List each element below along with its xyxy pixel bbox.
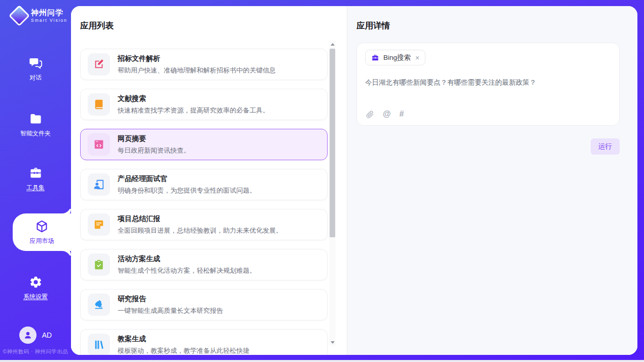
user-account[interactable]: AD — [0, 327, 71, 344]
prompt-input[interactable]: 今日湖北有哪些新闻要点？有哪些需要关注的最新政策？ — [365, 78, 611, 87]
book-icon — [88, 93, 110, 116]
app-card-title: 招标文件解析 — [118, 54, 276, 63]
logo-title: 神州问学 — [31, 9, 67, 17]
arrow-up-icon — [331, 43, 335, 46]
app-card-description: 每日政府新闻资讯快查。 — [118, 146, 190, 155]
app-list-panel: 应用列表 招标文件解析帮助用户快速、准确地理解和解析招标书中的关键信息文献搜索快… — [71, 6, 347, 355]
pen-square-icon — [88, 53, 110, 76]
microscope-icon — [88, 294, 110, 316]
sidebar-item-label: 智能文件夹 — [20, 129, 51, 138]
toolbox-icon — [29, 166, 43, 180]
sidebar-item-label: 对话 — [29, 74, 42, 82]
app-list-title: 应用列表 — [80, 20, 114, 31]
app-card-title: 活动方案生成 — [118, 255, 256, 264]
sidebar-item-label: 应用市场 — [30, 237, 54, 245]
brand-logo: 神州问学 Smart Vision — [10, 8, 67, 23]
app-card-title: 项目总结汇报 — [118, 214, 282, 224]
app-card-title: 产品经理面试官 — [118, 174, 256, 184]
main-window: 应用列表 招标文件解析帮助用户快速、准确地理解和解析招标书中的关键信息文献搜索快… — [71, 6, 637, 355]
scrollbar[interactable] — [329, 41, 336, 346]
app-card-title: 网页摘要 — [118, 134, 190, 143]
app-card-description: 明确身份和职责，为您提供专业性的面试问题。 — [118, 186, 256, 195]
app-frame: 神州问学 Smart Vision 对话智能文件夹工具集应用市场系统设置 AD … — [0, 0, 644, 360]
sidebar-item-智能文件夹[interactable]: 智能文件夹 — [0, 111, 71, 139]
app-card-产品经理面试官[interactable]: 产品经理面试官明确身份和职责，为您提供专业性的面试问题。 — [80, 169, 328, 200]
arrow-down-icon — [331, 341, 335, 344]
app-detail-panel: 应用详情 Bing搜索 × 今日湖北有哪些新闻要点？有哪些需要关注的最新政策？ … — [347, 6, 637, 355]
sidebar-item-系统设置[interactable]: 系统设置 — [0, 274, 71, 302]
app-card-description: 快速精准查找学术资源，提高研究效率的必备工具。 — [118, 106, 269, 115]
hash-icon[interactable]: # — [400, 110, 404, 119]
sidebar-item-label: 系统设置 — [23, 293, 48, 301]
app-card-description: 一键智能生成高质量长文本研究报告 — [118, 306, 223, 315]
at-mention-icon[interactable]: @ — [383, 110, 391, 119]
chip-close-icon[interactable]: × — [415, 54, 419, 61]
sidebar-item-label: 工具集 — [26, 184, 45, 192]
app-card-title: 文献搜索 — [118, 94, 269, 103]
tool-chip-label: Bing搜索 — [383, 53, 411, 62]
app-detail-title: 应用详情 — [356, 20, 620, 31]
app-card-title: 研究报告 — [118, 295, 223, 304]
scroll-up-button[interactable] — [329, 41, 336, 48]
app-card-description: 智能生成个性化活动方案，轻松解决规划难题。 — [118, 266, 256, 275]
app-card-教案生成[interactable]: 教案生成模板驱动，教案秒成，教学准备从此轻松快捷 — [80, 329, 328, 355]
clipboard-check-icon — [88, 254, 110, 276]
app-card-title: 教案生成 — [118, 335, 249, 344]
composer-toolbar: @ # — [366, 110, 404, 119]
app-card-研究报告[interactable]: 研究报告一键智能生成高质量长文本研究报告 — [80, 289, 328, 320]
prompt-composer[interactable]: Bing搜索 × 今日湖北有哪些新闻要点？有哪些需要关注的最新政策？ @ # — [356, 43, 620, 126]
app-card-list: 招标文件解析帮助用户快速、准确地理解和解析招标书中的关键信息文献搜索快速精准查找… — [80, 43, 328, 355]
copyright-footer: ©神州数码 · 神州问学出品 — [0, 348, 71, 355]
sidebar-item-应用市场[interactable]: 应用市场 — [13, 213, 71, 251]
tool-chip-bing-search[interactable]: Bing搜索 × — [365, 50, 425, 65]
app-card-活动方案生成[interactable]: 活动方案生成智能生成个性化活动方案，轻松解决规划难题。 — [80, 249, 328, 280]
chat-icon — [29, 56, 43, 70]
app-card-项目总结汇报[interactable]: 项目总结汇报全面回顾项目进展，总结经验教训，助力未来优化发展。 — [80, 209, 328, 240]
scrollbar-thumb[interactable] — [330, 49, 335, 237]
logo-subtitle: Smart Vision — [31, 18, 67, 23]
app-card-网页摘要[interactable]: 网页摘要每日政府新闻资讯快查。 — [80, 129, 328, 160]
folder-icon — [29, 112, 43, 126]
cube-icon — [35, 220, 49, 233]
scroll-down-button[interactable] — [329, 339, 336, 346]
gear-icon — [29, 275, 43, 289]
books-icon — [88, 334, 110, 355]
interviewer-icon — [88, 173, 110, 196]
briefcase-icon — [371, 54, 379, 62]
sidebar-item-对话[interactable]: 对话 — [0, 55, 71, 83]
note-icon — [88, 213, 110, 236]
app-card-招标文件解析[interactable]: 招标文件解析帮助用户快速、准确地理解和解析招标书中的关键信息 — [80, 49, 328, 80]
browser-code-icon — [88, 133, 110, 156]
avatar[interactable] — [19, 327, 37, 344]
logo-diamond-icon — [9, 5, 30, 26]
app-card-文献搜索[interactable]: 文献搜索快速精准查找学术资源，提高研究效率的必备工具。 — [80, 89, 328, 120]
app-card-description: 全面回顾项目进展，总结经验教训，助力未来优化发展。 — [118, 226, 282, 235]
app-card-description: 模板驱动，教案秒成，教学准备从此轻松快捷 — [118, 346, 249, 355]
sidebar-item-工具集[interactable]: 工具集 — [0, 165, 71, 193]
sidebar: 神州问学 Smart Vision 对话智能文件夹工具集应用市场系统设置 AD … — [0, 0, 71, 360]
app-card-description: 帮助用户快速、准确地理解和解析招标书中的关键信息 — [118, 66, 276, 75]
run-button[interactable]: 运行 — [591, 138, 620, 155]
paperclip-icon[interactable] — [366, 110, 374, 119]
user-name: AD — [42, 331, 52, 339]
